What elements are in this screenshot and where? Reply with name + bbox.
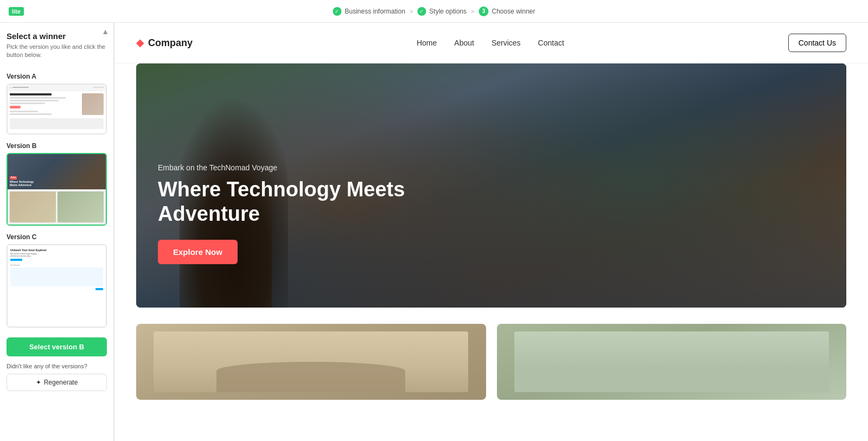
hero-cta-button[interactable]: Explore Now [158, 240, 238, 264]
hero-title: Where Technology Meets Adventure [158, 177, 440, 227]
version-c-label: Version C [7, 233, 107, 241]
hero-section: Embark on the TechNomad Voyage Where Tec… [136, 63, 846, 308]
step-arrow-2: > [471, 8, 474, 15]
version-a-label: Version A [7, 73, 107, 80]
sidebar-title: Select a winner [7, 31, 107, 41]
sidebar-scroll-up-button[interactable]: ▲ [101, 27, 109, 36]
main-layout: ▲ Select a winner Pick the version you l… [0, 23, 868, 441]
regenerate-button[interactable]: ✦ Regenerate [7, 374, 107, 391]
website-preview: ◆ Company Home About Services Contact Co… [114, 23, 868, 441]
sidebar-subtitle: Pick the version you like and click the … [7, 43, 107, 60]
version-a-card[interactable] [7, 84, 107, 135]
step-style-label: Style options [429, 8, 467, 15]
nav-link-about[interactable]: About [454, 39, 474, 47]
step-winner-label: Choose winner [492, 8, 535, 15]
version-c-card[interactable]: Unleash Your Inner Explorer Discover the… [7, 244, 107, 328]
step-style-done-icon: ✓ [417, 7, 426, 16]
sidebar: ▲ Select a winner Pick the version you l… [0, 23, 114, 441]
step-winner: 3 Choose winner [478, 7, 535, 16]
cards-row [114, 308, 868, 416]
hero-content: Embark on the TechNomad Voyage Where Tec… [158, 163, 440, 264]
version-b-label: Version B [7, 142, 107, 150]
card-2-image [497, 324, 847, 400]
site-logo: ◆ Company [136, 37, 193, 49]
card-1-image [136, 324, 486, 400]
logo-text: Company [148, 37, 193, 49]
step-arrow-1: > [410, 8, 413, 15]
top-bar: lite ✓ Business information > ✓ Style op… [0, 0, 868, 23]
logo-icon: ◆ [136, 37, 144, 49]
site-nav: ◆ Company Home About Services Contact Co… [114, 23, 868, 63]
card-1 [136, 324, 486, 400]
nav-cta-button[interactable]: Contact Us [788, 34, 846, 52]
progress-steps: ✓ Business information > ✓ Style options… [333, 7, 535, 16]
step-business-label: Business information [344, 8, 405, 15]
card-2 [497, 324, 847, 400]
step-business: ✓ Business information [333, 7, 405, 16]
site-nav-links: Home About Services Contact [417, 39, 564, 47]
no-like-text: Didn't like any of the versions? [7, 363, 107, 369]
step-done-icon: ✓ [333, 7, 341, 16]
step-style: ✓ Style options [417, 7, 467, 16]
hero-subtitle: Embark on the TechNomad Voyage [158, 163, 440, 172]
version-b-card[interactable]: Badge Where TechnologyMeets Adventure [7, 153, 107, 226]
nav-link-services[interactable]: Services [492, 39, 521, 47]
nav-link-home[interactable]: Home [417, 39, 437, 47]
step-winner-icon: 3 [478, 7, 488, 16]
app-logo: lite [9, 7, 24, 16]
regenerate-icon: ✦ [36, 379, 41, 386]
nav-link-contact[interactable]: Contact [538, 39, 564, 47]
preview-area: ◆ Company Home About Services Contact Co… [114, 23, 868, 441]
regenerate-label: Regenerate [44, 379, 78, 386]
select-version-button[interactable]: Select version B [7, 337, 107, 356]
